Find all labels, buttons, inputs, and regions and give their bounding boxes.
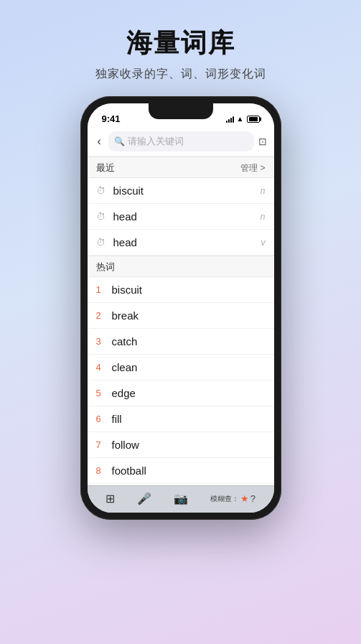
page-subtitle: 独家收录的字、词、词形变化词 bbox=[95, 67, 266, 82]
recent-tag-3: v bbox=[261, 238, 266, 248]
keyboard-bar: ⊞ 🎤 📷 模糊查： ★ ? bbox=[88, 485, 274, 513]
hot-word-4: clean bbox=[112, 361, 266, 373]
hot-item-5[interactable]: 5 edge bbox=[88, 381, 274, 406]
page-header: 海量词库 独家收录的字、词、词形变化词 bbox=[81, 0, 281, 96]
rank-number-3: 3 bbox=[96, 336, 106, 347]
rank-number-7: 7 bbox=[96, 439, 106, 450]
star-icon[interactable]: ★ bbox=[240, 493, 249, 504]
rank-number-4: 4 bbox=[96, 362, 106, 373]
recent-item-3[interactable]: ⏱ head v bbox=[88, 230, 274, 256]
recent-section-header: 最近 管理 > bbox=[88, 157, 274, 178]
rank-number-6: 6 bbox=[96, 414, 106, 424]
recent-word-1: biscuit bbox=[113, 185, 255, 197]
hot-word-1: biscuit bbox=[112, 284, 266, 296]
notch bbox=[149, 103, 213, 119]
recent-item-1[interactable]: ⏱ biscuit n bbox=[88, 178, 274, 204]
hot-word-7: follow bbox=[112, 439, 266, 451]
hot-item-1[interactable]: 1 biscuit bbox=[88, 277, 274, 303]
mic-button[interactable]: 🎤 bbox=[137, 492, 151, 505]
hot-item-6[interactable]: 6 fill bbox=[88, 406, 274, 432]
hot-item-3[interactable]: 3 catch bbox=[88, 329, 274, 355]
hot-item-4[interactable]: 4 clean bbox=[88, 355, 274, 381]
hot-item-8[interactable]: 8 football bbox=[88, 458, 274, 484]
manage-button[interactable]: 管理 > bbox=[240, 162, 265, 174]
recent-tag-2: n bbox=[261, 212, 266, 222]
phone-shell: 9:41 ▲ ‹ 🔍 请输入关键词 bbox=[80, 96, 281, 520]
battery-icon bbox=[247, 116, 260, 123]
page-title: 海量词库 bbox=[95, 26, 266, 61]
history-icon-2: ⏱ bbox=[96, 211, 108, 222]
hot-section-header: 热词 bbox=[88, 256, 274, 277]
wifi-icon: ▲ bbox=[237, 115, 244, 123]
hot-item-7[interactable]: 7 follow bbox=[88, 432, 274, 458]
hot-section-title: 热词 bbox=[96, 261, 115, 274]
recent-word-3: head bbox=[113, 236, 255, 248]
kb-camera-button[interactable]: 📷 bbox=[174, 492, 188, 505]
status-time: 9:41 bbox=[102, 113, 121, 124]
hot-word-3: catch bbox=[112, 335, 266, 347]
camera-button[interactable]: ⊡ bbox=[258, 136, 267, 147]
question-button[interactable]: ? bbox=[250, 493, 255, 504]
hot-item-2[interactable]: 2 break bbox=[88, 303, 274, 329]
signal-icon bbox=[226, 116, 234, 123]
rank-number-2: 2 bbox=[96, 310, 106, 321]
history-icon-1: ⏱ bbox=[96, 185, 108, 196]
search-bar: ‹ 🔍 请输入关键词 ⊡ bbox=[88, 127, 274, 157]
recent-tag-1: n bbox=[261, 186, 266, 196]
rank-number-1: 1 bbox=[96, 284, 106, 295]
fuzzy-search-label: 模糊查： ★ ? bbox=[210, 493, 255, 504]
status-icons: ▲ bbox=[226, 115, 260, 123]
hot-word-8: football bbox=[112, 465, 266, 477]
search-icon: 🔍 bbox=[114, 136, 125, 146]
hot-word-2: break bbox=[112, 309, 266, 322]
hot-word-6: fill bbox=[112, 413, 266, 425]
hot-word-5: edge bbox=[112, 387, 266, 399]
search-input-wrap[interactable]: 🔍 请输入关键词 bbox=[108, 131, 254, 151]
rank-number-5: 5 bbox=[96, 388, 106, 398]
list-container: 最近 管理 > ⏱ biscuit n ⏱ head n ⏱ head v 热词 bbox=[88, 157, 274, 485]
recent-word-2: head bbox=[113, 210, 255, 223]
back-button[interactable]: ‹ bbox=[95, 134, 104, 149]
phone-screen: 9:41 ▲ ‹ 🔍 请输入关键词 bbox=[88, 103, 274, 513]
history-icon-3: ⏱ bbox=[96, 237, 108, 248]
recent-item-2[interactable]: ⏱ head n bbox=[88, 204, 274, 230]
rank-number-8: 8 bbox=[96, 465, 106, 476]
recent-section-title: 最近 bbox=[96, 162, 115, 174]
grid-button[interactable]: ⊞ bbox=[106, 492, 115, 505]
search-placeholder: 请输入关键词 bbox=[128, 135, 184, 148]
